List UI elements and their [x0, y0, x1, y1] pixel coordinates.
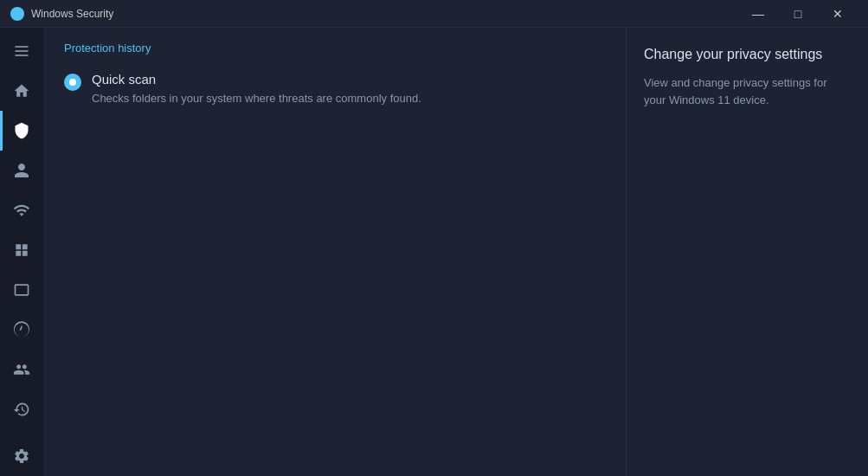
right-panel: Change your privacy settings View and ch… [626, 28, 868, 476]
right-panel-heading: Change your privacy settings [644, 45, 851, 64]
sidebar-item-family[interactable] [0, 350, 43, 389]
maximize-button[interactable]: □ [778, 0, 818, 28]
breadcrumb[interactable]: Protection history [64, 42, 598, 55]
radio-quick[interactable] [64, 74, 81, 91]
close-button[interactable]: ✕ [818, 0, 858, 28]
main-panel: Protection history Quick scanChecks fold… [43, 28, 626, 476]
sidebar-item-device[interactable] [0, 270, 43, 310]
sidebar-item-history[interactable] [0, 389, 43, 429]
content-area: Protection history Quick scanChecks fold… [43, 28, 868, 476]
scan-option-quick[interactable]: Quick scanChecks folders in your system … [64, 72, 598, 107]
minimize-button[interactable]: — [738, 0, 778, 28]
app-icon [10, 7, 24, 21]
sidebar-item-menu[interactable] [0, 31, 43, 71]
sidebar-item-performance[interactable] [0, 310, 43, 350]
sidebar-item-home[interactable] [0, 71, 43, 111]
sidebar-item-account[interactable] [0, 151, 43, 190]
radio-inner-quick [69, 79, 76, 86]
scan-label-quick: Quick scan [92, 72, 421, 87]
sidebar-item-network[interactable] [0, 190, 43, 230]
right-panel-description: View and change privacy settings for you… [644, 74, 851, 108]
scan-desc-quick: Checks folders in your system where thre… [92, 90, 421, 107]
app-body: Protection history Quick scanChecks fold… [0, 28, 868, 476]
title-bar: Windows Security — □ ✕ [0, 0, 868, 28]
sidebar-item-shield[interactable] [0, 111, 43, 151]
scan-options-container: Quick scanChecks folders in your system … [64, 72, 598, 107]
scan-text-quick: Quick scanChecks folders in your system … [92, 72, 421, 107]
sidebar-item-settings[interactable] [0, 436, 43, 476]
sidebar [0, 28, 43, 476]
sidebar-item-apps[interactable] [0, 230, 43, 270]
title-bar-controls: — □ ✕ [738, 0, 858, 28]
title-bar-title: Windows Security [31, 8, 738, 20]
